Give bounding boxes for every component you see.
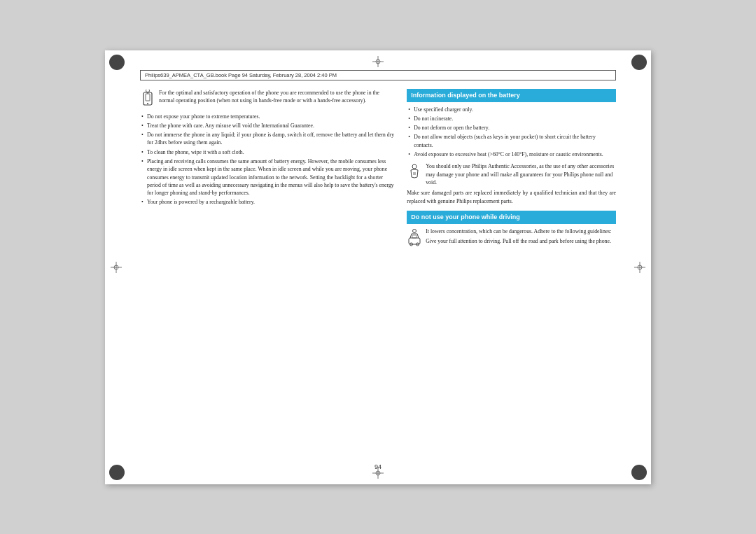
- list-item: Do not expose your phone to extreme temp…: [140, 113, 396, 120]
- header-bar: Philips639_APMEA_CTA_GB.book Page 94 Sat…: [140, 70, 616, 80]
- header-text: Philips639_APMEA_CTA_GB.book Page 94 Sat…: [145, 72, 337, 78]
- list-item: Your phone is powered by a rechargeable …: [140, 198, 396, 206]
- driving-icon-cell: [407, 227, 422, 249]
- list-item: Do not allow metal objects (such as keys…: [407, 133, 616, 149]
- intro-text: For the optimal and satisfactory operati…: [159, 89, 396, 109]
- intro-paragraph: For the optimal and satisfactory operati…: [159, 89, 396, 105]
- cross-right-center: [634, 262, 645, 273]
- corner-mark-tr: [631, 55, 647, 70]
- left-bullet-list: Do not expose your phone to extreme temp…: [140, 113, 396, 206]
- accessories-text: You should only use Philips Authentic Ac…: [426, 162, 616, 186]
- cross-left-center: [111, 262, 122, 273]
- driving-concentration-text: It lowers concentration, which can be da…: [426, 227, 616, 235]
- driving-attention-text: Give your full attention to driving. Pul…: [426, 237, 616, 245]
- cross-top-center: [372, 56, 384, 67]
- battery-bullet-list: Use specified charger only. Do not incin…: [407, 106, 616, 159]
- svg-rect-23: [412, 235, 416, 238]
- accessories-icon: [407, 163, 422, 183]
- intro-block: For the optimal and satisfactory operati…: [140, 89, 396, 109]
- list-item: Placing and receiving calls consumes the…: [140, 157, 396, 197]
- corner-mark-br: [631, 465, 647, 480]
- svg-point-15: [146, 90, 150, 92]
- page-number: 94: [374, 463, 382, 470]
- phone-icon-cell: [140, 89, 155, 109]
- section2-heading: Do not use your phone while driving: [407, 211, 616, 224]
- list-item: Use specified charger only.: [407, 106, 616, 113]
- svg-point-17: [412, 164, 416, 169]
- svg-point-24: [413, 229, 416, 232]
- corner-mark-bl: [109, 465, 125, 480]
- list-item: Do not immerse the phone in any liquid; …: [140, 131, 396, 147]
- right-column: Information displayed on the battery Use…: [407, 89, 616, 439]
- list-item: Do not incinerate.: [407, 115, 616, 122]
- accessories-block: You should only use Philips Authentic Ac…: [407, 162, 616, 186]
- list-item: To clean the phone, wipe it with a soft …: [140, 148, 396, 156]
- list-item: Treat the phone with care. Any misuse wi…: [140, 122, 396, 129]
- accessories-icon-cell: [407, 162, 422, 186]
- section1-heading: Information displayed on the battery: [407, 89, 616, 102]
- svg-point-14: [147, 103, 148, 104]
- content-area: For the optimal and satisfactory operati…: [140, 89, 616, 439]
- driving-icon: [407, 228, 422, 249]
- svg-rect-13: [146, 94, 150, 101]
- list-item: Avoid exposure to excessive heat (>60°C …: [407, 150, 616, 158]
- corner-mark-tl: [109, 55, 125, 70]
- left-column: For the optimal and satisfactory operati…: [140, 89, 396, 439]
- driving-block: It lowers concentration, which can be da…: [407, 227, 616, 249]
- document-page: Philips639_APMEA_CTA_GB.book Page 94 Sat…: [105, 50, 651, 484]
- phone-usage-icon: [140, 90, 155, 109]
- list-item: Do not deform or open the battery.: [407, 124, 616, 132]
- driving-text: It lowers concentration, which can be da…: [426, 227, 616, 249]
- replacement-parts-text: Make sure damaged parts are replaced imm…: [407, 189, 616, 205]
